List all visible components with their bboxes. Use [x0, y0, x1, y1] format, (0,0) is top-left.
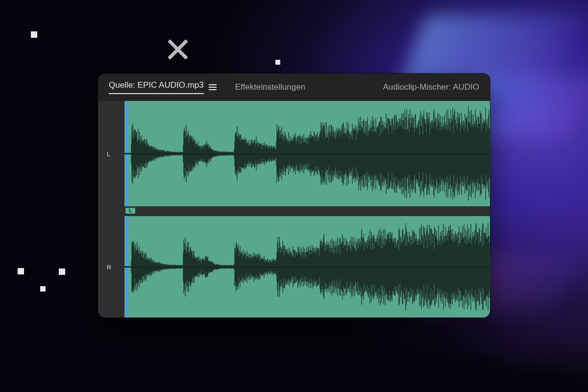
- tab-effect-controls[interactable]: Effekteinstellungen: [235, 82, 305, 92]
- source-monitor-panel: Quelle: EPIC AUDIO.mp3 Effekteinstellung…: [98, 74, 490, 318]
- tab-label: Audioclip-Mischer: AUDIO: [383, 82, 479, 92]
- waveform-track-left[interactable]: [124, 101, 490, 206]
- panel-menu-icon[interactable]: [209, 84, 217, 90]
- channel-gutter: L R: [98, 101, 124, 318]
- tab-audio-clip-mixer[interactable]: Audioclip-Mischer: AUDIO: [383, 82, 479, 92]
- waveform-track-right[interactable]: [124, 216, 490, 318]
- panel-tabbar: Quelle: EPIC AUDIO.mp3 Effekteinstellung…: [98, 74, 490, 99]
- bg-pixel: [275, 60, 280, 65]
- divider-chip: L: [125, 208, 135, 214]
- bg-pixel: [59, 269, 65, 275]
- close-x-icon: [167, 38, 189, 61]
- tab-source[interactable]: Quelle: EPIC AUDIO.mp3: [109, 80, 217, 94]
- waveform-stack[interactable]: L: [124, 101, 490, 318]
- channel-divider: L: [124, 206, 490, 216]
- tab-label: Effekteinstellungen: [235, 82, 305, 92]
- tab-source-prefix: Quelle:: [109, 80, 135, 90]
- bg-pixel: [18, 268, 24, 274]
- bg-pixel: [40, 286, 46, 292]
- waveform-viewer: L R L: [98, 101, 490, 318]
- tab-source-filename: EPIC AUDIO.mp3: [138, 80, 204, 90]
- bg-pixel: [31, 31, 37, 38]
- channel-label-right: R: [107, 263, 111, 270]
- channel-label-left: L: [107, 150, 110, 157]
